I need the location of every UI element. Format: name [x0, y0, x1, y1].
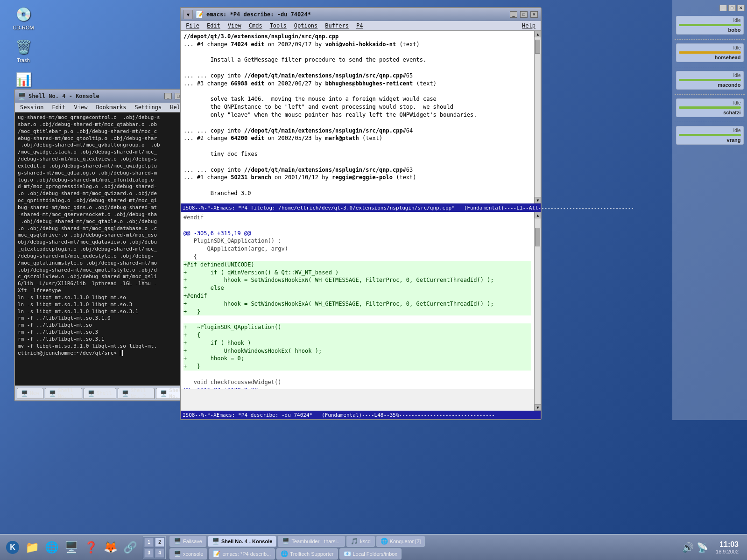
emacs-top-line-16 — [183, 158, 531, 166]
taskbar-pager[interactable]: 1 2 3 4 — [143, 536, 166, 559]
user-status-bobo: Idle — [679, 18, 741, 23]
emacs-menu-help[interactable]: Help — [521, 22, 537, 29]
konsole-app-icon: 🖥️ — [18, 92, 26, 100]
konsole-line-12: oc_qprintdialog.o .obj/debug-shared-mt/m… — [18, 197, 192, 204]
konsole-minimize-button[interactable]: _ — [164, 93, 172, 99]
konsole-menu-bookmarks[interactable]: Bookmarks — [94, 104, 127, 111]
taskbar-task-konqueror[interactable]: 🌐 Konqueror [2] — [376, 536, 425, 547]
konsole-menu-edit[interactable]: Edit — [51, 104, 67, 111]
emacs-maximize-button[interactable]: □ — [520, 11, 528, 18]
emacs-content-bottom[interactable]: #endif @@ -305,6 +315,19 @@ PluginSDK_QA… — [181, 212, 534, 389]
konsole-menu-settings[interactable]: Settings — [133, 104, 163, 111]
taskbar-task-trolltech[interactable]: 🌐 Trolltech Supporter — [276, 548, 338, 560]
emacs-scrollbar-top[interactable]: ▲ ▼ — [534, 31, 541, 203]
konsole-tab-shell3[interactable]: 🖥️ Shell No. 3 — [45, 388, 82, 399]
konsole-line-10: d-mt/moc_qprogressdialog.o .obj/debug-sh… — [18, 183, 192, 190]
scrollbar-down-button[interactable]: ▼ — [535, 197, 541, 203]
pager-btn-4[interactable]: 4 — [155, 548, 164, 558]
scrollbar-track-bottom[interactable] — [535, 218, 541, 404]
scrollbar-up-button[interactable]: ▲ — [535, 31, 541, 37]
systray-icon-2[interactable]: 📡 — [697, 542, 708, 553]
konsole-line-22: .obj/debug-shared-mt/moc_qmotifstyle.o .… — [18, 267, 192, 274]
taskbar-task-emacs[interactable]: 📝 emacs: *P4 describ... — [209, 548, 275, 560]
scrollbar-bottom-up-button[interactable]: ▲ — [535, 212, 541, 218]
tab-shell-icon: 🖥️ — [88, 390, 95, 397]
taskbar-clock: 11:03 — [719, 540, 739, 549]
emacs-top-line-3: Install a GetMessage filter procedure to… — [183, 56, 531, 64]
emacs-content-top[interactable]: //depot/qt/3.0/extensions/nsplugin/src/q… — [181, 31, 534, 203]
xconsole-icon: 🖥️ — [174, 550, 181, 557]
taskbar-task-teambuilder[interactable]: 🖥️ Teambuilder - tharsi... — [278, 536, 345, 547]
taskbar-help-icon[interactable]: ❓ — [82, 539, 100, 556]
emacs-menu-tools[interactable]: Tools — [268, 22, 288, 29]
emacs-close-button[interactable]: ✕ — [530, 11, 538, 18]
scrollbar-bottom-down-button[interactable]: ▼ — [535, 404, 541, 411]
systray-icon-1[interactable]: 🔊 — [682, 542, 694, 553]
scrollbar-track-top[interactable] — [535, 37, 541, 197]
panel-maximize-button[interactable]: □ — [728, 5, 736, 11]
pager-btn-3[interactable]: 3 — [144, 548, 154, 558]
taskbar-task-failsave[interactable]: 🖥️ Failsave — [169, 536, 206, 547]
tab-shell3-label: Shell No. 3 — [58, 387, 78, 399]
konsole-menu-session[interactable]: Session — [19, 104, 45, 111]
konsole-line-32: rm -f ../lib/libqt-mt.so.3.1 — [18, 336, 192, 343]
kde-logo-icon: K — [5, 540, 20, 555]
konsole-tab-new[interactable]: 🖥️ New — [17, 388, 43, 399]
konsole-line-25: Xft -lfreetype — [18, 287, 192, 294]
konsole-line-11: .o .obj/debug-shared-mt/moc_qwizard.o .o… — [18, 190, 192, 197]
emacs-arrow-button[interactable]: ▼ — [183, 10, 193, 19]
teambuilder-label: Teambuilder - tharsi... — [291, 539, 341, 544]
tab-new-label: New — [30, 390, 39, 396]
konsole-line-8: g-shared-mt/moc_qdialog.o .obj/debug-sha… — [18, 170, 192, 177]
emacs-menu-options[interactable]: Options — [293, 22, 319, 29]
konsole-tab-shell[interactable]: 🖥️ Shell — [84, 388, 116, 399]
pager-btn-2[interactable]: 2 — [155, 538, 164, 547]
user-bar-vrang — [679, 134, 741, 136]
konsole-menu-view[interactable]: View — [72, 104, 89, 111]
taskbar-network-icon[interactable]: 🔗 — [121, 539, 139, 556]
user-status-schatzi: Idle — [679, 100, 741, 105]
taskbar-terminal-icon[interactable]: 🖥️ — [63, 539, 80, 556]
konsole-tab-shell2[interactable]: 🖥️ Shell No. 2 — [118, 388, 155, 399]
taskbar-start-icon[interactable]: K — [4, 539, 21, 556]
desktop-icon-cdrom[interactable]: 💿 CD-ROM — [5, 5, 42, 30]
emacs-menu-cmds[interactable]: Cmds — [247, 22, 264, 29]
konsole-line-28: ln -s libqt-mt.so.3.1.0 libqt-mt.so.3.1 — [18, 308, 192, 315]
emacs-window: ▼ 📝 emacs: *P4 describe: -du 74024* _ □ … — [180, 7, 542, 420]
panel-close-button[interactable]: ✕ — [737, 5, 745, 11]
konsole-line-19: _qtextcodecplugin.o .obj/debug-shared-mt… — [18, 246, 192, 253]
emacs-menu-edit[interactable]: Edit — [205, 22, 222, 29]
emacs-menu-file[interactable]: File — [184, 22, 201, 29]
taskbar-task-shell4[interactable]: 🖥️ Shell No. 4 - Konsole — [208, 536, 276, 547]
user-status-horsehead: Idle — [679, 45, 741, 50]
taskbar-task-xconsole[interactable]: 🖥️ xconsole — [169, 548, 207, 560]
scrollbar-thumb-top[interactable] — [535, 40, 540, 54]
panel-minimize-button[interactable]: _ — [719, 5, 727, 11]
taskbar-filemanager-icon[interactable]: 📁 — [23, 539, 41, 556]
emacs-bot-line-5: { — [183, 253, 531, 261]
emacs-menu-view[interactable]: View — [226, 22, 243, 29]
taskbar-mozilla-icon[interactable]: 🦊 — [102, 539, 120, 556]
taskbar-task-localfolders[interactable]: 📧 Local Folders/inbox — [339, 548, 402, 560]
konsole-line-4: .obj/debug-shared-mt/moc_qvbuttongroup.o… — [18, 142, 192, 149]
taskbar-task-kscd[interactable]: 🎵 kscd — [346, 536, 375, 547]
emacs-bot-line-10: +#endif — [183, 292, 531, 300]
user-divider-2 — [675, 67, 745, 67]
emacs-bot-line-1 — [183, 222, 531, 230]
emacs-bot-line-13 — [183, 315, 531, 323]
emacs-task-icon: 📝 — [213, 550, 220, 557]
emacs-minimize-button[interactable]: _ — [510, 11, 517, 18]
desktop-icon-trash[interactable]: 🗑️ Trash — [5, 37, 42, 63]
emacs-menu-p4[interactable]: P4 — [355, 22, 364, 29]
konsole-line-15: .obj/debug-shared-mt/moc_qtable.o .obj/d… — [18, 218, 192, 225]
pager-btn-1[interactable]: 1 — [144, 538, 154, 547]
user-entry-bobo: Idle bobo — [676, 16, 744, 35]
scrollbar-thumb-bottom[interactable] — [535, 228, 540, 246]
emacs-menu-buffers[interactable]: Buffers — [324, 22, 350, 29]
emacs-scrollbar-bottom[interactable]: ▲ ▼ — [534, 212, 541, 411]
konsole-line-29: rm -f ../lib/libqt-mt.so.3.1.0 — [18, 315, 192, 322]
emacs-bot-line-21: void checkFocussedWidget() — [183, 378, 531, 386]
taskbar-browser-icon[interactable]: 🌐 — [43, 539, 61, 556]
emacs-bot-line-17: + UnhookWindowsHookEx( hhook ); — [183, 347, 531, 355]
konsole-titlebar: 🖥️ Shell No. 4 - Konsole _ □ ✕ — [15, 90, 195, 103]
